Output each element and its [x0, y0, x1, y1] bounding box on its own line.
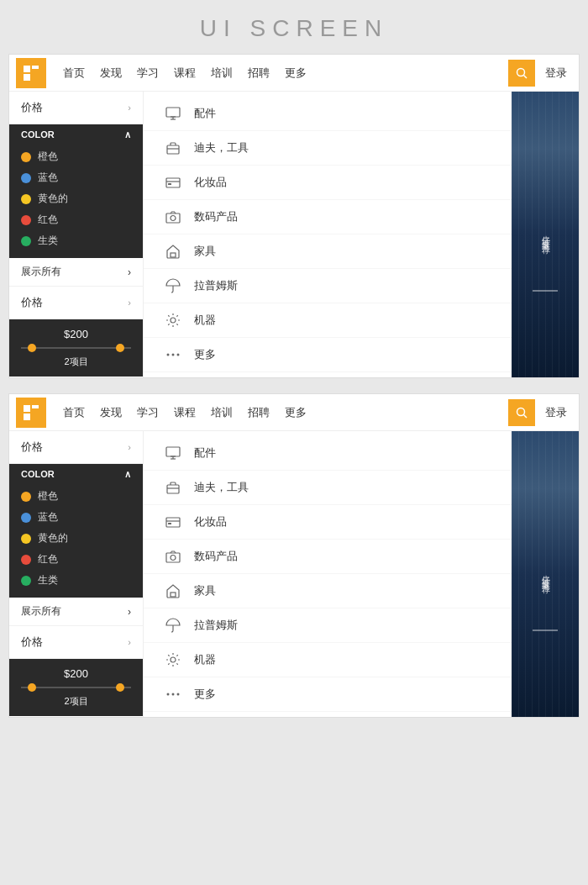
nav-home[interactable]: 首页 — [63, 66, 85, 81]
color-blue[interactable]: 蓝色 — [21, 167, 131, 188]
slider-dot-left[interactable] — [28, 344, 36, 352]
login-button[interactable]: 登录 — [540, 66, 572, 81]
dropdown-item-digital[interactable]: 数码产品 — [144, 200, 512, 234]
nav-train-2[interactable]: 培训 — [211, 405, 233, 420]
camera-icon-b — [164, 547, 182, 566]
sidebar-2: 价格 › COLOR ∧ 橙色 蓝色 黄色的 红色 — [9, 431, 144, 717]
screen-2: 首页 发现 学习 课程 培训 招聘 更多 登录 价格 › COLO — [8, 393, 580, 718]
color-orange-b[interactable]: 橙色 — [21, 486, 131, 507]
price-arrow2-b: › — [128, 637, 131, 647]
dropdown-item-tools[interactable]: 迪夫，工具 — [144, 131, 512, 166]
color-blue-label: 蓝色 — [38, 171, 58, 185]
dropdown-item-tools-b[interactable]: 迪夫，工具 — [144, 471, 512, 505]
svg-rect-36 — [166, 553, 180, 562]
dropdown-item-machinery-b[interactable]: 机器 — [144, 643, 512, 677]
price-arrow: › — [128, 103, 131, 113]
dropdown-item-machinery[interactable]: 机器 — [144, 303, 512, 338]
dropdown-item-accessories-b[interactable]: 配件 — [144, 436, 512, 471]
monitor-icon-b — [164, 444, 182, 462]
nav-course[interactable]: 课程 — [174, 66, 196, 81]
show-all-label-b: 展示所有 — [21, 604, 61, 619]
jeans-accent-2 — [533, 630, 558, 631]
blue-dot — [21, 173, 31, 183]
nav-more[interactable]: 更多 — [285, 66, 307, 81]
nav-home-2[interactable]: 首页 — [63, 405, 85, 420]
svg-rect-38 — [171, 593, 176, 597]
nav-train[interactable]: 培训 — [211, 66, 233, 81]
dropdown-item-furniture[interactable]: 家具 — [144, 234, 512, 269]
svg-point-19 — [167, 354, 170, 356]
sidebar-price-row[interactable]: 价格 › — [9, 92, 143, 124]
color-red-label: 红色 — [38, 213, 58, 227]
price-item-count: 2项目 — [21, 356, 131, 368]
red-dot-b — [21, 555, 31, 565]
umbrellas-label-b: 拉普姆斯 — [194, 618, 238, 633]
color-blue-b[interactable]: 蓝色 — [21, 507, 131, 528]
nav-learn-2[interactable]: 学习 — [137, 405, 159, 420]
show-all-row-b[interactable]: 展示所有 › — [9, 598, 143, 626]
color-red-b[interactable]: 红色 — [21, 549, 131, 570]
nav-learn[interactable]: 学习 — [137, 66, 159, 81]
logo[interactable] — [16, 58, 46, 88]
color-orange-label-b: 橙色 — [38, 489, 58, 503]
price-arrow2: › — [128, 298, 131, 308]
login-button-2[interactable]: 登录 — [540, 405, 572, 420]
jeans-text-2: 牛仔裤专区推荐 — [539, 568, 551, 580]
dropdown-item-umbrellas-b[interactable]: 拉普姆斯 — [144, 608, 512, 643]
camera-icon — [164, 208, 182, 226]
color-orange[interactable]: 橙色 — [21, 146, 131, 167]
dropdown-menu-2: 配件 迪夫，工具 — [144, 431, 512, 717]
color-yellow[interactable]: 黄色的 — [21, 188, 131, 209]
dropdown-item-umbrellas[interactable]: 拉普姆斯 — [144, 269, 512, 303]
slider-dot-left-b[interactable] — [28, 683, 36, 692]
color-blue-label-b: 蓝色 — [38, 510, 58, 524]
gear-icon — [164, 311, 182, 329]
dropdown-item-digital-b[interactable]: 数码产品 — [144, 540, 512, 574]
umbrella-icon-b — [164, 616, 182, 635]
logo-2[interactable] — [16, 398, 46, 428]
price-label2: 价格 — [21, 295, 43, 310]
accessories-label: 配件 — [194, 106, 216, 121]
nav-more-2[interactable]: 更多 — [285, 405, 307, 420]
furniture-label: 家具 — [194, 244, 216, 259]
slider-dot-right[interactable] — [116, 344, 124, 352]
color-green-b[interactable]: 生类 — [21, 570, 131, 591]
home-icon — [164, 242, 182, 261]
slider-dot-right-b[interactable] — [116, 683, 124, 692]
color-collapse-b[interactable]: ∧ — [124, 469, 131, 480]
dropdown-item-more-b[interactable]: 更多 — [144, 677, 512, 712]
color-collapse[interactable]: ∧ — [124, 129, 131, 140]
sidebar-price-row2-b[interactable]: 价格 › — [9, 626, 143, 659]
svg-rect-1 — [32, 66, 39, 69]
tools-label-b: 迪夫，工具 — [194, 480, 249, 495]
nav-course-2[interactable]: 课程 — [174, 405, 196, 420]
search-button-2[interactable] — [508, 399, 535, 426]
search-button[interactable] — [508, 60, 535, 87]
main-area-1: 价格 › COLOR ∧ 橙色 蓝色 黄色的 红色 — [9, 92, 579, 377]
more-label: 更多 — [194, 347, 216, 362]
price-range-slider-b[interactable] — [21, 687, 131, 688]
dropdown-item-furniture-b[interactable]: 家具 — [144, 574, 512, 608]
dropdown-item-cosmetics[interactable]: 化妆品 — [144, 166, 512, 200]
dropdown-item-cosmetics-b[interactable]: 化妆品 — [144, 505, 512, 540]
show-all-label: 展示所有 — [21, 265, 61, 279]
sidebar-price-row2[interactable]: 价格 › — [9, 287, 143, 319]
show-all-row[interactable]: 展示所有 › — [9, 258, 143, 287]
dropdown-item-accessories[interactable]: 配件 — [144, 97, 512, 131]
nav-discover[interactable]: 发现 — [100, 66, 122, 81]
color-yellow-b[interactable]: 黄色的 — [21, 528, 131, 549]
price-slider-section-b: $200 2项目 — [9, 659, 143, 716]
dropdown-area-2: 配件 迪夫，工具 — [144, 431, 512, 717]
nav-recruit[interactable]: 招聘 — [248, 66, 270, 81]
nav-discover-2[interactable]: 发现 — [100, 405, 122, 420]
nav-recruit-2[interactable]: 招聘 — [248, 405, 270, 420]
sidebar-price-row-b[interactable]: 价格 › — [9, 431, 143, 464]
color-green[interactable]: 生类 — [21, 230, 131, 251]
svg-rect-33 — [166, 518, 180, 527]
price-range-slider[interactable] — [21, 347, 131, 349]
nav-links: 首页 发现 学习 课程 培训 招聘 更多 — [55, 66, 508, 81]
more-icon-b — [164, 685, 182, 703]
show-all-arrow: › — [128, 266, 131, 278]
color-red[interactable]: 红色 — [21, 209, 131, 230]
dropdown-item-more[interactable]: 更多 — [144, 338, 512, 372]
